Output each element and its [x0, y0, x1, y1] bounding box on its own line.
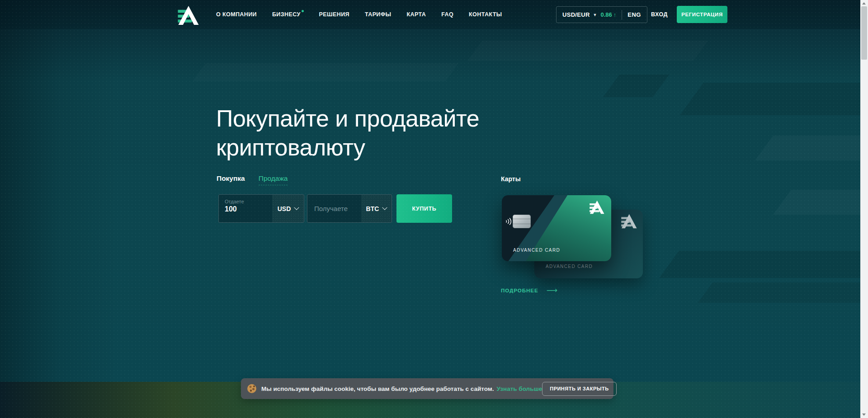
a-mark-icon: [620, 214, 637, 229]
currency-rate-widget[interactable]: USD/EUR ▼ 0.86 ↑ ENG: [556, 6, 647, 23]
scrollbar-thumb[interactable]: [861, 6, 867, 60]
cards-more-link[interactable]: ПОДРОБНЕЕ ⟶: [501, 286, 557, 294]
give-field: Отдаете: [225, 199, 270, 213]
cookie-learn-more-link[interactable]: Узнать больше: [497, 385, 542, 392]
scrollbar: [860, 0, 868, 418]
give-currency-value: USD: [278, 205, 291, 212]
page-title-line2: криптовалюту: [216, 133, 479, 162]
nav-item-card[interactable]: КАРТА: [406, 11, 426, 18]
receive-amount-group: BTC: [307, 194, 392, 223]
nav-item-solutions[interactable]: РЕШЕНИЯ: [319, 11, 349, 18]
give-amount-input[interactable]: [225, 205, 270, 213]
currency-pair[interactable]: USD/EUR: [562, 11, 590, 18]
tab-buy[interactable]: Покупка: [217, 174, 245, 183]
nfc-icon: [505, 217, 512, 226]
chevron-down-icon: [294, 205, 299, 210]
new-indicator-dot: [302, 10, 304, 12]
card-name: ADVANCED CARD: [546, 264, 593, 269]
bank-card-front: ADVANCED CARD: [502, 195, 611, 261]
card-chip: [513, 215, 531, 228]
cookie-accept-button[interactable]: ПРИНЯТЬ И ЗАКРЫТЬ: [542, 382, 616, 396]
card-name: ADVANCED CARD: [513, 248, 560, 253]
tab-sell[interactable]: Продажа: [259, 174, 288, 185]
arrow-right-icon: ⟶: [547, 286, 557, 294]
header: О КОМПАНИИ БИЗНЕСУ РЕШЕНИЯ ТАРИФЫ КАРТА …: [0, 0, 868, 29]
page-title: Покупайте и продавайте криптовалюту: [216, 104, 479, 162]
cards-more-label: ПОДРОБНЕЕ: [501, 288, 538, 293]
brand-logo[interactable]: [174, 5, 202, 25]
give-label: Отдаете: [225, 199, 270, 204]
register-button[interactable]: РЕГИСТРАЦИЯ: [677, 6, 727, 23]
give-currency-select[interactable]: USD: [272, 195, 304, 222]
nav-item-contacts[interactable]: КОНТАКТЫ: [469, 11, 502, 18]
chevron-down-icon: [382, 205, 387, 210]
currency-rate: 0.86: [601, 11, 612, 18]
main-nav: О КОМПАНИИ БИЗНЕСУ РЕШЕНИЯ ТАРИФЫ КАРТА …: [216, 0, 502, 29]
page: О КОМПАНИИ БИЗНЕСУ РЕШЕНИЯ ТАРИФЫ КАРТА …: [0, 0, 868, 418]
give-amount-group: Отдаете USD: [218, 194, 304, 223]
nav-item-business[interactable]: БИЗНЕСУ: [272, 11, 304, 18]
caret-down-icon: ▼: [593, 13, 597, 17]
divider: [622, 10, 622, 20]
scrollbar-down-arrow[interactable]: [862, 413, 866, 416]
a-mark-icon: [589, 200, 605, 214]
receive-amount-input[interactable]: [313, 195, 359, 222]
receive-currency-select[interactable]: BTC: [361, 195, 392, 222]
language-switcher[interactable]: ENG: [627, 11, 641, 18]
cards-section-label: Карты: [501, 175, 521, 183]
cookie-icon: [247, 384, 256, 393]
nav-item-tariffs[interactable]: ТАРИФЫ: [365, 11, 392, 18]
nav-item-faq[interactable]: FAQ: [441, 11, 453, 18]
nav-item-about[interactable]: О КОМПАНИИ: [216, 11, 257, 18]
receive-currency-value: BTC: [366, 205, 379, 212]
login-button[interactable]: ВХОД: [651, 0, 668, 29]
buy-submit-button[interactable]: КУПИТЬ: [396, 194, 452, 223]
exchange-tabs: Покупка Продажа: [217, 174, 288, 185]
page-title-line1: Покупайте и продавайте: [216, 104, 479, 133]
a-mark-icon: [174, 5, 202, 25]
scrollbar-up-arrow[interactable]: [862, 2, 866, 5]
rate-up-icon: ↑: [613, 11, 617, 18]
cookie-message: Мы используем файлы cookie, чтобы вам бы…: [261, 385, 494, 392]
cookie-banner: Мы используем файлы cookie, чтобы вам бы…: [241, 378, 613, 399]
